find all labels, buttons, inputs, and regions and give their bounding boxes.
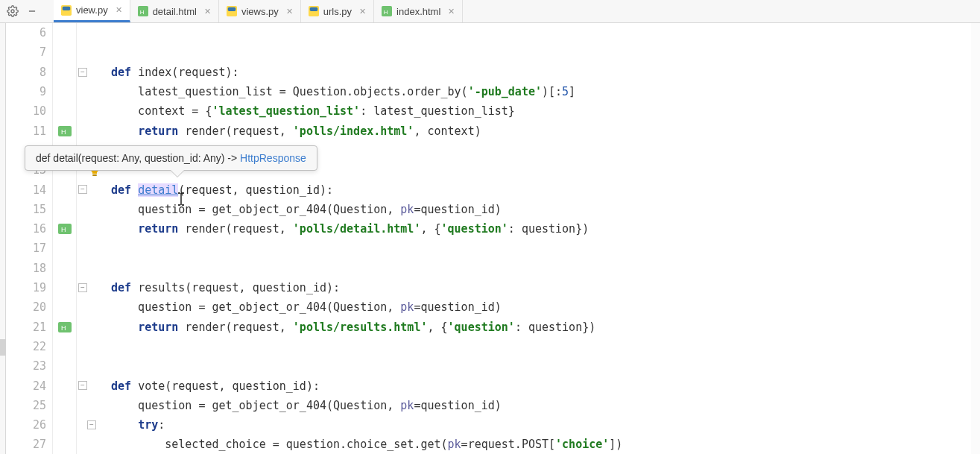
icon-gutter: H H H	[53, 23, 77, 454]
code-line[interactable]: return render(request, 'polls/results.ht…	[105, 318, 595, 337]
svg-rect-9	[310, 7, 318, 11]
html-file-icon: H	[382, 6, 392, 16]
line-number-gutter: 6 7 8 9 10 11 12 13 14 15 16 17 18 19 20…	[6, 23, 53, 454]
line-number[interactable]: 16	[5, 219, 46, 239]
svg-text:H: H	[61, 128, 66, 136]
template-link-icon[interactable]: H	[58, 126, 72, 136]
code-line[interactable]: question = get_object_or_404(Question, p…	[105, 297, 502, 317]
svg-text:H: H	[61, 226, 66, 233]
fold-toggle-icon[interactable]: −	[87, 420, 96, 429]
template-link-icon[interactable]: H	[58, 322, 72, 332]
svg-rect-7	[228, 7, 236, 11]
line-number[interactable]: 7	[5, 42, 46, 62]
vertical-scrollbar[interactable]	[971, 23, 980, 454]
line-number[interactable]: 23	[5, 356, 46, 376]
tab-index-html[interactable]: H index.html ✕	[374, 0, 463, 22]
line-number[interactable]: 21	[5, 318, 46, 337]
tab-label: views.py	[241, 6, 279, 17]
html-file-icon: H	[138, 6, 148, 16]
code-line[interactable]: def vote(request, question_id):	[105, 376, 320, 395]
code-line[interactable]	[105, 337, 111, 356]
svg-point-0	[11, 10, 14, 13]
code-line[interactable]: def results(request, question_id):	[105, 278, 340, 297]
line-number[interactable]: 18	[5, 259, 46, 278]
code-line[interactable]: question = get_object_or_404(Question, p…	[105, 396, 502, 415]
code-line[interactable]	[105, 356, 111, 376]
svg-text:H: H	[384, 9, 388, 16]
tab-label: detail.html	[153, 6, 197, 17]
code-line[interactable]: try:	[105, 415, 165, 435]
minimize-icon[interactable]	[25, 4, 39, 18]
line-number[interactable]: 8	[5, 63, 46, 82]
svg-rect-3	[63, 6, 71, 10]
line-number[interactable]: 25	[5, 396, 46, 415]
close-icon[interactable]: ✕	[448, 7, 455, 16]
fold-gutter: − − − − −	[77, 23, 105, 454]
code-line[interactable]: return render(request, 'polls/detail.htm…	[105, 219, 589, 239]
tooltip-return-type-link[interactable]: HttpResponse	[240, 152, 306, 164]
svg-text:H: H	[139, 9, 144, 16]
fold-toggle-icon[interactable]: −	[78, 283, 87, 292]
line-number[interactable]: 22	[5, 337, 46, 356]
python-file-icon	[61, 5, 72, 16]
tab-label: index.html	[396, 6, 440, 17]
line-number[interactable]: 24	[5, 376, 46, 395]
fold-toggle-icon[interactable]: −	[78, 185, 87, 194]
line-number[interactable]: 6	[5, 23, 46, 42]
template-link-icon[interactable]: H	[58, 224, 72, 234]
tab-urls-py[interactable]: urls.py ✕	[301, 0, 374, 22]
tab-bar: view.py ✕ H detail.html ✕ views.py ✕ url…	[54, 0, 980, 23]
line-number[interactable]: 17	[5, 239, 46, 258]
gear-icon[interactable]	[6, 4, 19, 18]
svg-rect-18	[92, 174, 97, 176]
code-line[interactable]: latest_question_list = Question.objects.…	[105, 82, 575, 101]
code-line[interactable]: context = {'latest_question_list': lates…	[105, 101, 515, 121]
line-number[interactable]: 9	[5, 82, 46, 101]
tab-views-py[interactable]: views.py ✕	[219, 0, 301, 22]
code-line[interactable]: def detail(request, question_id):	[105, 180, 333, 199]
fold-toggle-icon[interactable]: −	[78, 68, 87, 77]
close-icon[interactable]: ✕	[116, 5, 122, 15]
code-line[interactable]	[105, 42, 111, 62]
close-icon[interactable]: ✕	[204, 7, 211, 16]
close-icon[interactable]: ✕	[359, 7, 366, 16]
python-file-icon	[227, 6, 237, 16]
code-line[interactable]	[105, 23, 111, 42]
code-line[interactable]: selected_choice = question.choice_set.ge…	[105, 435, 622, 454]
fold-toggle-icon[interactable]: −	[78, 381, 87, 390]
line-number[interactable]: 15	[5, 200, 46, 219]
code-line[interactable]: def index(request):	[105, 63, 239, 82]
code-line[interactable]	[105, 259, 111, 278]
tab-detail-html[interactable]: H detail.html ✕	[130, 0, 219, 22]
line-number[interactable]: 11	[5, 122, 46, 141]
tab-label: view.py	[76, 4, 108, 16]
tab-view-py[interactable]: view.py ✕	[54, 0, 130, 22]
line-number[interactable]: 26	[5, 415, 46, 435]
line-number[interactable]: 19	[5, 278, 46, 297]
line-number[interactable]: 10	[5, 101, 46, 121]
svg-text:H: H	[61, 324, 66, 332]
tooltip-text: def detail(request: Any, question_id: An…	[36, 152, 240, 164]
line-number[interactable]: 27	[5, 435, 46, 454]
line-number[interactable]: 14	[5, 180, 46, 199]
code-line[interactable]: return render(request, 'polls/index.html…	[105, 122, 481, 141]
signature-tooltip: def detail(request: Any, question_id: An…	[25, 145, 317, 171]
code-line[interactable]	[105, 239, 111, 258]
code-editor[interactable]: def index(request): latest_question_list…	[105, 23, 980, 454]
close-icon[interactable]: ✕	[286, 7, 293, 16]
symbol-detail[interactable]: detail	[138, 183, 178, 197]
python-file-icon	[309, 6, 319, 16]
line-number[interactable]: 20	[5, 297, 46, 317]
toolbar	[0, 0, 54, 23]
tab-label: urls.py	[323, 6, 352, 17]
code-line[interactable]: question = get_object_or_404(Question, p…	[105, 200, 502, 219]
